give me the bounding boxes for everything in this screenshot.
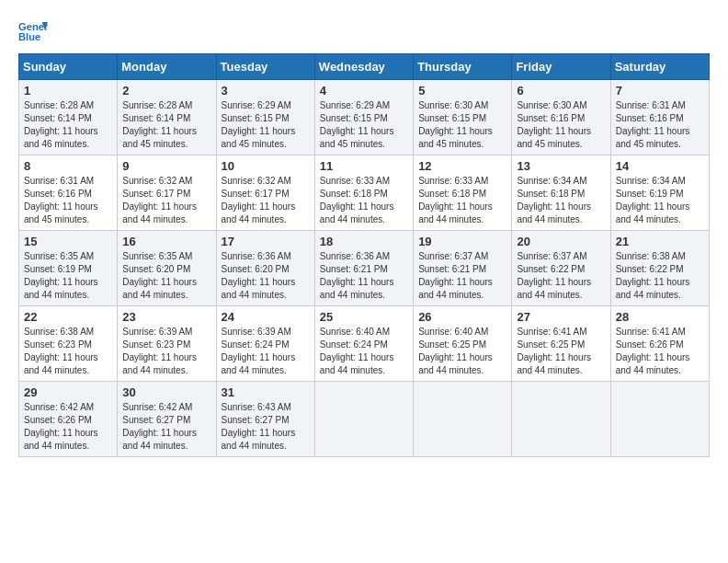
- logo-icon: General Blue: [18, 18, 48, 44]
- calendar-week-row: 1Sunrise: 6:28 AMSunset: 6:14 PMDaylight…: [19, 80, 710, 155]
- calendar-cell: 27Sunrise: 6:41 AMSunset: 6:25 PMDayligh…: [512, 306, 610, 382]
- day-info: Sunrise: 6:28 AMSunset: 6:14 PMDaylight:…: [122, 99, 210, 151]
- day-number: 19: [418, 235, 506, 248]
- day-header: Sunday: [19, 54, 118, 80]
- calendar-cell: 29Sunrise: 6:42 AMSunset: 6:26 PMDayligh…: [19, 382, 118, 457]
- day-info: Sunrise: 6:42 AMSunset: 6:26 PMDaylight:…: [24, 401, 112, 453]
- day-number: 15: [24, 235, 112, 248]
- day-info: Sunrise: 6:40 AMSunset: 6:24 PMDaylight:…: [320, 326, 408, 377]
- day-info: Sunrise: 6:36 AMSunset: 6:20 PMDaylight:…: [222, 250, 310, 302]
- calendar-cell: 13Sunrise: 6:34 AMSunset: 6:18 PMDayligh…: [512, 155, 610, 231]
- calendar-body: 1Sunrise: 6:28 AMSunset: 6:14 PMDaylight…: [19, 80, 710, 457]
- day-header: Saturday: [610, 54, 709, 80]
- day-info: Sunrise: 6:38 AMSunset: 6:23 PMDaylight:…: [24, 326, 112, 377]
- day-info: Sunrise: 6:33 AMSunset: 6:18 PMDaylight:…: [418, 175, 506, 226]
- day-number: 25: [320, 310, 408, 324]
- day-number: 13: [517, 159, 605, 173]
- day-info: Sunrise: 6:30 AMSunset: 6:16 PMDaylight:…: [517, 99, 605, 151]
- day-info: Sunrise: 6:43 AMSunset: 6:27 PMDaylight:…: [222, 401, 310, 453]
- calendar-cell: 26Sunrise: 6:40 AMSunset: 6:25 PMDayligh…: [414, 306, 512, 382]
- day-number: 1: [24, 84, 112, 98]
- day-number: 12: [418, 159, 506, 173]
- calendar-cell: 19Sunrise: 6:37 AMSunset: 6:21 PMDayligh…: [414, 231, 512, 306]
- svg-text:Blue: Blue: [18, 31, 40, 42]
- day-number: 5: [418, 84, 506, 98]
- calendar-cell: [314, 382, 413, 457]
- day-number: 6: [517, 84, 605, 98]
- calendar-cell: 23Sunrise: 6:39 AMSunset: 6:23 PMDayligh…: [118, 306, 216, 382]
- calendar-week-row: 29Sunrise: 6:42 AMSunset: 6:26 PMDayligh…: [19, 382, 710, 457]
- day-number: 27: [517, 310, 605, 324]
- day-header: Wednesday: [314, 54, 413, 80]
- day-number: 8: [24, 159, 112, 173]
- day-info: Sunrise: 6:36 AMSunset: 6:21 PMDaylight:…: [320, 250, 408, 302]
- day-info: Sunrise: 6:32 AMSunset: 6:17 PMDaylight:…: [222, 175, 310, 226]
- calendar-cell: 17Sunrise: 6:36 AMSunset: 6:20 PMDayligh…: [216, 231, 314, 306]
- day-number: 23: [122, 310, 210, 324]
- day-number: 22: [24, 310, 112, 324]
- day-number: 24: [222, 310, 310, 324]
- calendar-cell: 15Sunrise: 6:35 AMSunset: 6:19 PMDayligh…: [19, 231, 118, 306]
- calendar-header-row: SundayMondayTuesdayWednesdayThursdayFrid…: [19, 54, 710, 80]
- day-info: Sunrise: 6:31 AMSunset: 6:16 PMDaylight:…: [24, 175, 112, 226]
- calendar-cell: 30Sunrise: 6:42 AMSunset: 6:27 PMDayligh…: [118, 382, 216, 457]
- day-number: 10: [222, 159, 310, 173]
- day-info: Sunrise: 6:38 AMSunset: 6:22 PMDaylight:…: [616, 250, 704, 302]
- calendar-cell: [414, 382, 512, 457]
- calendar-cell: 22Sunrise: 6:38 AMSunset: 6:23 PMDayligh…: [19, 306, 118, 382]
- day-number: 2: [122, 84, 210, 98]
- page-header: General Blue: [18, 18, 710, 44]
- day-number: 7: [616, 84, 704, 98]
- day-header: Friday: [512, 54, 610, 80]
- calendar-cell: 25Sunrise: 6:40 AMSunset: 6:24 PMDayligh…: [314, 306, 413, 382]
- calendar-cell: 12Sunrise: 6:33 AMSunset: 6:18 PMDayligh…: [414, 155, 512, 231]
- calendar-cell: 20Sunrise: 6:37 AMSunset: 6:22 PMDayligh…: [512, 231, 610, 306]
- day-number: 30: [122, 385, 210, 399]
- day-info: Sunrise: 6:34 AMSunset: 6:19 PMDaylight:…: [616, 175, 704, 226]
- calendar-cell: [512, 382, 610, 457]
- day-number: 20: [517, 235, 605, 248]
- day-info: Sunrise: 6:29 AMSunset: 6:15 PMDaylight:…: [320, 99, 408, 151]
- calendar-cell: 18Sunrise: 6:36 AMSunset: 6:21 PMDayligh…: [314, 231, 413, 306]
- calendar-cell: 6Sunrise: 6:30 AMSunset: 6:16 PMDaylight…: [512, 80, 610, 155]
- calendar-cell: 24Sunrise: 6:39 AMSunset: 6:24 PMDayligh…: [216, 306, 314, 382]
- day-number: 18: [320, 235, 408, 248]
- day-number: 14: [616, 159, 704, 173]
- day-info: Sunrise: 6:42 AMSunset: 6:27 PMDaylight:…: [122, 401, 210, 453]
- calendar-cell: 10Sunrise: 6:32 AMSunset: 6:17 PMDayligh…: [216, 155, 314, 231]
- day-info: Sunrise: 6:35 AMSunset: 6:19 PMDaylight:…: [24, 250, 112, 302]
- calendar-week-row: 8Sunrise: 6:31 AMSunset: 6:16 PMDaylight…: [19, 155, 710, 231]
- calendar-cell: 8Sunrise: 6:31 AMSunset: 6:16 PMDaylight…: [19, 155, 118, 231]
- day-number: 11: [320, 159, 408, 173]
- calendar-cell: 14Sunrise: 6:34 AMSunset: 6:19 PMDayligh…: [610, 155, 709, 231]
- calendar-cell: 16Sunrise: 6:35 AMSunset: 6:20 PMDayligh…: [118, 231, 216, 306]
- calendar-cell: 28Sunrise: 6:41 AMSunset: 6:26 PMDayligh…: [610, 306, 709, 382]
- day-info: Sunrise: 6:33 AMSunset: 6:18 PMDaylight:…: [320, 175, 408, 226]
- day-header: Thursday: [414, 54, 512, 80]
- calendar-cell: 7Sunrise: 6:31 AMSunset: 6:16 PMDaylight…: [610, 80, 709, 155]
- day-info: Sunrise: 6:39 AMSunset: 6:23 PMDaylight:…: [122, 326, 210, 377]
- day-number: 4: [320, 84, 408, 98]
- calendar-cell: 4Sunrise: 6:29 AMSunset: 6:15 PMDaylight…: [314, 80, 413, 155]
- day-number: 17: [222, 235, 310, 248]
- calendar-cell: 5Sunrise: 6:30 AMSunset: 6:15 PMDaylight…: [414, 80, 512, 155]
- day-number: 3: [222, 84, 310, 98]
- calendar-cell: 1Sunrise: 6:28 AMSunset: 6:14 PMDaylight…: [19, 80, 118, 155]
- day-info: Sunrise: 6:32 AMSunset: 6:17 PMDaylight:…: [122, 175, 210, 226]
- day-header: Tuesday: [216, 54, 314, 80]
- day-info: Sunrise: 6:35 AMSunset: 6:20 PMDaylight:…: [122, 250, 210, 302]
- day-info: Sunrise: 6:31 AMSunset: 6:16 PMDaylight:…: [616, 99, 704, 151]
- day-info: Sunrise: 6:30 AMSunset: 6:15 PMDaylight:…: [418, 99, 506, 151]
- day-number: 31: [222, 385, 310, 399]
- day-number: 29: [24, 385, 112, 399]
- day-info: Sunrise: 6:28 AMSunset: 6:14 PMDaylight:…: [24, 99, 112, 151]
- day-header: Monday: [118, 54, 216, 80]
- calendar-table: SundayMondayTuesdayWednesdayThursdayFrid…: [18, 53, 710, 457]
- calendar-cell: [610, 382, 709, 457]
- day-info: Sunrise: 6:41 AMSunset: 6:25 PMDaylight:…: [517, 326, 605, 377]
- calendar-cell: 3Sunrise: 6:29 AMSunset: 6:15 PMDaylight…: [216, 80, 314, 155]
- day-number: 16: [122, 235, 210, 248]
- calendar-cell: 11Sunrise: 6:33 AMSunset: 6:18 PMDayligh…: [314, 155, 413, 231]
- logo: General Blue: [18, 18, 48, 44]
- calendar-cell: 21Sunrise: 6:38 AMSunset: 6:22 PMDayligh…: [610, 231, 709, 306]
